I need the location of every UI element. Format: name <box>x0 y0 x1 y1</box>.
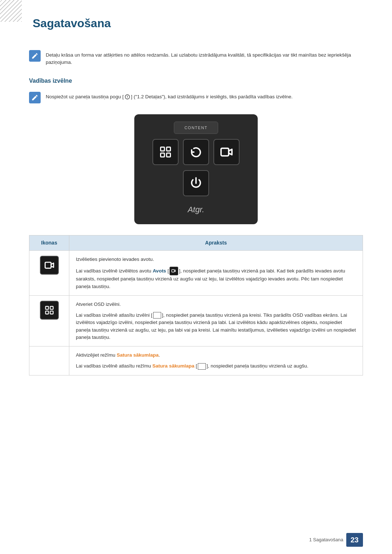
desc-cell-menu: Atveriet OSD izvēlni. Lai vadības izvēln… <box>69 295 363 346</box>
table-row: Atveriet OSD izvēlni. Lai vadības izvēln… <box>29 295 363 346</box>
desc-menu-2: Lai vadības izvēlnē atlasītu izvēlni [],… <box>76 312 356 341</box>
icon-cell-content <box>29 346 69 376</box>
svg-rect-1 <box>167 147 171 151</box>
pencil2-icon <box>31 94 38 101</box>
svg-rect-9 <box>45 311 48 314</box>
source-icon-img <box>44 260 54 270</box>
page-title: Sagatavošana <box>29 15 363 32</box>
svg-rect-7 <box>45 306 48 309</box>
page-footer: 1 Sagatavošana 23 <box>309 533 363 547</box>
section-title: Vadības izvēlne <box>29 77 363 85</box>
page-number: 23 <box>346 533 363 547</box>
svg-rect-10 <box>50 311 53 314</box>
pencil-icon <box>31 52 38 59</box>
icon-cell-source <box>29 251 69 296</box>
source-inline-icon <box>170 267 178 275</box>
col-ikonas: Ikonas <box>29 235 69 251</box>
note2-text1: Nospiežot uz paneļa taustiņa pogu [ <box>46 94 124 99</box>
content-button: CONTENT <box>174 122 218 134</box>
svg-rect-6 <box>172 270 174 272</box>
top-decoration <box>0 0 22 22</box>
svg-rect-5 <box>45 262 51 268</box>
page-wrapper: Sagatavošana Detaļu krāsa un forma var a… <box>0 0 392 554</box>
buttons-row <box>152 139 240 165</box>
icon-cell-menu <box>29 295 69 346</box>
svg-rect-2 <box>161 153 165 157</box>
bracket-icon-1 <box>153 312 161 319</box>
desc-content-2: Lai vadības izvēlnē atlasītu režīmu Satu… <box>76 362 356 370</box>
desc-cell-content: Aktivizējiet režīmu Satura sākumlapa. La… <box>69 346 363 376</box>
svg-rect-3 <box>167 153 171 157</box>
bracket-icon-2 <box>198 363 206 370</box>
svg-rect-0 <box>161 147 165 151</box>
power-icon <box>189 177 203 190</box>
note2-text2: ] ("1.2 Detaļas"), kad izstrādājums ir i… <box>131 94 293 99</box>
note2-icon <box>29 92 41 103</box>
table-row: Izvēlieties pievienoto ievades avotu. La… <box>29 251 363 296</box>
input-icon <box>220 145 233 159</box>
note2-box: Nospiežot uz paneļa taustiņa pogu [] ("1… <box>29 92 363 103</box>
content-label: CONTENT <box>184 126 208 130</box>
note1-icon <box>29 50 41 62</box>
note1-box: Detaļu krāsa un forma var atšķirties no … <box>29 50 363 66</box>
source-button <box>213 139 240 165</box>
source-icon-box <box>40 256 59 275</box>
panel-container: CONTENT <box>29 114 363 225</box>
table-header-row: Ikonas Apraksts <box>29 235 363 251</box>
note1-text: Detaļu krāsa un forma var atšķirties no … <box>46 50 363 66</box>
desc-content-1: Aktivizējiet režīmu Satura sākumlapa. <box>76 352 356 359</box>
menu-button <box>152 139 179 165</box>
note2-text: Nospiežot uz paneļa taustiņa pogu [] ("1… <box>46 92 293 100</box>
control-panel: CONTENT <box>134 114 258 225</box>
menu-icon-box <box>40 301 59 320</box>
desc-source-1: Izvēlieties pievienoto ievades avotu. <box>76 256 356 263</box>
col-apraksts: Apraksts <box>69 235 363 251</box>
footer-section-label: 1 Sagatavošana <box>309 536 343 543</box>
refresh-icon <box>189 145 203 159</box>
desc-source-2: Lai vadības izvēlnē izvēlētos avotu Avot… <box>76 267 356 290</box>
atgr-label: Atgr. <box>188 201 204 217</box>
svg-rect-4 <box>221 148 229 156</box>
desc-menu-1: Atveriet OSD izvēlni. <box>76 301 356 308</box>
return-button <box>183 139 209 165</box>
menu-icon-img <box>44 305 54 315</box>
svg-rect-8 <box>50 306 53 309</box>
desc-cell-source: Izvēlieties pievienoto ievades avotu. La… <box>69 251 363 296</box>
table-row: Aktivizējiet režīmu Satura sākumlapa. La… <box>29 346 363 376</box>
info-table: Ikonas Apraksts Izvēlieties pievienoto i… <box>29 235 363 376</box>
source-inline-svg <box>171 268 176 274</box>
grid-icon <box>159 145 172 159</box>
power-button <box>183 170 209 196</box>
power-btn-row <box>183 170 209 196</box>
